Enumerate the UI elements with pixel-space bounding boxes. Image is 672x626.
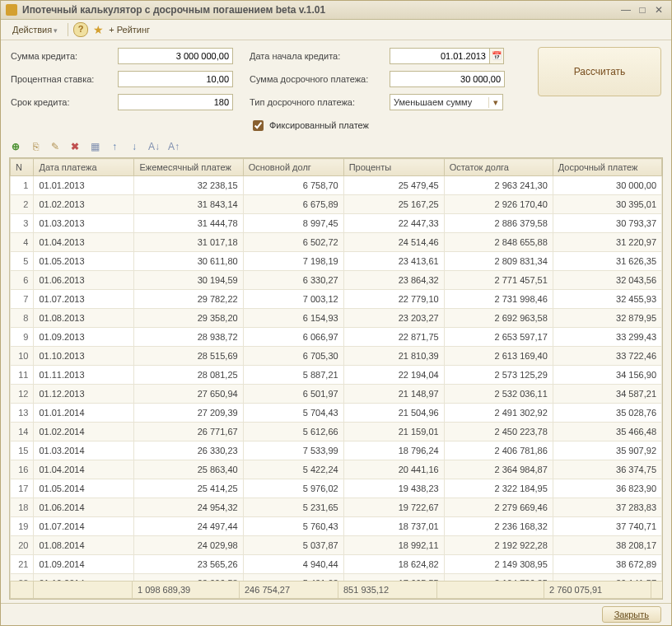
table-row[interactable]: 1901.07.201424 497,445 760,4318 737,012 … — [11, 517, 662, 536]
cell-monthly: 31 843,14 — [134, 195, 243, 214]
cell-n: 16 — [11, 460, 34, 479]
table-row[interactable]: 1101.11.201328 081,255 887,2122 194,042 … — [11, 366, 662, 385]
move-down-icon[interactable]: ↓ — [128, 140, 141, 153]
col-early[interactable]: Досрочный платеж — [553, 159, 661, 176]
table-row[interactable]: 1201.12.201327 650,946 501,9721 148,972 … — [11, 385, 662, 404]
close-button[interactable]: Закрыть — [602, 606, 661, 623]
table-row[interactable]: 2001.08.201424 029,985 037,8718 992,112 … — [11, 536, 662, 555]
cell-principal: 6 758,70 — [243, 176, 343, 195]
close-window-button[interactable]: ✕ — [651, 4, 666, 16]
cell-balance: 2 886 379,58 — [444, 214, 553, 233]
total-interest: 851 935,12 — [338, 582, 437, 599]
copy-row-icon[interactable]: ⎘ — [29, 140, 42, 153]
cell-monthly: 24 954,32 — [134, 498, 243, 517]
delete-row-icon[interactable]: ✖ — [68, 140, 82, 153]
col-interest[interactable]: Проценты — [343, 159, 444, 176]
cell-monthly: 25 863,40 — [134, 460, 243, 479]
edit-row-icon[interactable]: ✎ — [49, 140, 62, 153]
cell-interest: 19 438,23 — [343, 479, 444, 498]
move-up-icon[interactable]: ↑ — [108, 140, 121, 153]
table-row[interactable]: 701.07.201329 782,227 003,1222 779,102 7… — [11, 290, 662, 309]
table-row[interactable]: 1401.02.201426 771,675 612,6621 159,012 … — [11, 423, 662, 441]
table-row[interactable]: 1301.01.201427 209,395 704,4321 504,962 … — [11, 404, 662, 423]
cell-principal: 4 940,44 — [243, 555, 343, 574]
maximize-button[interactable]: □ — [635, 4, 650, 16]
table-row[interactable]: 801.08.201329 358,206 154,9323 203,272 6… — [11, 309, 662, 328]
table-row[interactable]: 901.09.201328 938,726 066,9722 871,752 6… — [11, 328, 662, 347]
cell-monthly: 23 565,26 — [134, 555, 243, 574]
cell-interest: 18 992,11 — [343, 536, 444, 555]
fixed-payment-checkbox[interactable] — [253, 120, 264, 131]
col-monthly[interactable]: Ежемесячный платеж — [134, 159, 243, 176]
term-input[interactable] — [118, 94, 233, 110]
cell-interest: 23 864,32 — [343, 271, 444, 290]
early-type-select[interactable]: Уменьшаем сумму ▾ — [390, 94, 503, 110]
table-row[interactable]: 401.04.201331 017,186 502,7224 514,462 8… — [11, 233, 662, 252]
cell-balance: 2 406 781,86 — [444, 441, 553, 460]
actions-menu[interactable]: Действия▾ — [7, 23, 63, 36]
cell-principal: 5 422,24 — [243, 460, 343, 479]
help-icon[interactable]: ? — [73, 22, 88, 37]
cell-monthly: 30 194,59 — [134, 271, 243, 290]
cell-n: 17 — [11, 479, 34, 498]
sort-asc-icon[interactable]: A↓ — [147, 140, 161, 153]
cell-balance: 2 104 736,35 — [444, 574, 553, 582]
early-amount-input[interactable] — [390, 71, 505, 87]
cell-monthly: 28 515,69 — [134, 347, 243, 366]
cell-n: 13 — [11, 404, 34, 423]
col-date[interactable]: Дата платежа — [34, 159, 134, 176]
cell-n: 6 — [11, 271, 34, 290]
cell-principal: 7 198,19 — [243, 252, 343, 271]
rating-link[interactable]: + Рейтинг — [109, 25, 150, 35]
cell-date: 01.12.2013 — [34, 385, 134, 404]
col-balance[interactable]: Остаток долга — [444, 159, 553, 176]
amount-input[interactable] — [118, 48, 233, 64]
cell-date: 01.05.2014 — [34, 479, 134, 498]
table-row[interactable]: 601.06.201330 194,596 330,2723 864,322 7… — [11, 271, 662, 290]
add-row-icon[interactable]: ⊕ — [9, 140, 22, 153]
table-row[interactable]: 101.01.201332 238,156 758,7025 479,452 9… — [11, 176, 662, 195]
table-row[interactable]: 2101.09.201423 565,264 940,4418 624,822 … — [11, 555, 662, 574]
cell-monthly: 27 650,94 — [134, 385, 243, 404]
calendar-icon[interactable]: 📅 — [490, 48, 504, 64]
col-principal[interactable]: Основной долг — [243, 159, 343, 176]
cell-balance: 2 364 984,87 — [444, 460, 553, 479]
cell-interest: 25 167,25 — [343, 195, 444, 214]
sort-desc-icon[interactable]: A↑ — [167, 140, 180, 153]
cell-monthly: 29 358,20 — [134, 309, 243, 328]
table-row[interactable]: 1501.03.201426 330,237 533,9918 796,242 … — [11, 441, 662, 460]
cell-date: 01.07.2014 — [34, 517, 134, 536]
table-scroll[interactable]: N Дата платежа Ежемесячный платеж Основн… — [10, 158, 662, 581]
cell-monthly: 31 444,78 — [134, 214, 243, 233]
table-row[interactable]: 1601.04.201425 863,405 422,2420 441,162 … — [11, 460, 662, 479]
table-row[interactable]: 1001.10.201328 515,696 705,3021 810,392 … — [11, 347, 662, 366]
form-area: Сумма кредита: Процентная ставка: Срок к… — [1, 40, 671, 138]
table-row[interactable]: 301.03.201331 444,788 997,4522 447,332 8… — [11, 214, 662, 233]
cell-early: 38 208,17 — [553, 536, 661, 555]
cell-date: 01.03.2013 — [34, 214, 134, 233]
payment-table: N Дата платежа Ежемесячный платеж Основн… — [10, 158, 662, 581]
star-icon[interactable]: ★ — [93, 23, 104, 36]
cell-early: 30 395,01 — [553, 195, 661, 214]
cell-balance: 2 236 168,32 — [444, 517, 553, 536]
rate-input[interactable] — [118, 71, 233, 87]
cell-n: 15 — [11, 441, 34, 460]
col-n[interactable]: N — [11, 159, 34, 176]
cell-principal: 5 760,43 — [243, 517, 343, 536]
table-row[interactable]: 2201.10.201423 096,585 431,0317 665,552 … — [11, 574, 662, 582]
calculate-button[interactable]: Рассчитать — [538, 47, 661, 96]
grid-icon[interactable]: ▦ — [88, 140, 101, 153]
table-row[interactable]: 1701.05.201425 414,255 976,0219 438,232 … — [11, 479, 662, 498]
table-row[interactable]: 1801.06.201424 954,325 231,6519 722,672 … — [11, 498, 662, 517]
cell-interest: 18 796,24 — [343, 441, 444, 460]
cell-monthly: 31 017,18 — [134, 233, 243, 252]
cell-interest: 22 779,10 — [343, 290, 444, 309]
table-row[interactable]: 201.02.201331 843,146 675,8925 167,252 9… — [11, 195, 662, 214]
cell-date: 01.11.2013 — [34, 366, 134, 385]
cell-principal: 6 501,97 — [243, 385, 343, 404]
table-row[interactable]: 501.05.201330 611,807 198,1923 413,612 8… — [11, 252, 662, 271]
dropdown-icon[interactable]: ▾ — [488, 97, 502, 108]
minimize-button[interactable]: — — [618, 4, 633, 16]
cell-interest: 17 665,55 — [343, 574, 444, 582]
start-date-input[interactable] — [390, 48, 490, 64]
